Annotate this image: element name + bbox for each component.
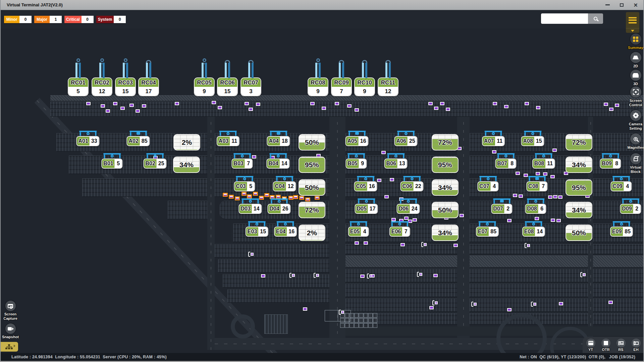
active-truck[interactable] xyxy=(293,195,298,199)
yard-block-a05[interactable]: A0516 xyxy=(346,131,368,145)
yard-block-b02[interactable]: B0225 xyxy=(144,153,166,168)
yard-truck[interactable] xyxy=(457,147,462,150)
yard-truck[interactable] xyxy=(101,104,105,108)
alarm-counter-system[interactable]: System0 xyxy=(96,16,126,23)
occupancy-tile[interactable]: 2% xyxy=(174,135,200,150)
yard-block-e05[interactable]: E054 xyxy=(349,221,368,236)
trailer-truck[interactable] xyxy=(580,272,586,277)
trailer-truck[interactable] xyxy=(531,302,536,307)
yard-block-e06[interactable]: E067 xyxy=(390,221,410,236)
yard-truck[interactable] xyxy=(377,179,381,182)
occupancy-tile[interactable]: 34% xyxy=(566,202,592,218)
yard-block-b03[interactable]: B037 xyxy=(232,153,252,168)
yard-block-b04[interactable]: B0414 xyxy=(267,153,289,168)
equipment-button[interactable] xyxy=(632,339,641,348)
occupancy-tile[interactable]: 50% xyxy=(299,180,325,195)
yard-truck[interactable] xyxy=(212,101,216,104)
yard-block-e03[interactable]: E0315 xyxy=(246,221,268,236)
yard-truck[interactable] xyxy=(106,109,110,113)
yard-block-c03[interactable]: C035 xyxy=(234,176,254,191)
layout-tree-tab[interactable] xyxy=(0,342,18,352)
tool-button[interactable] xyxy=(630,110,641,121)
main-menu-button[interactable] xyxy=(626,12,639,28)
tool-button[interactable] xyxy=(630,153,641,164)
rc-crane-rc03[interactable]: RC0315 xyxy=(116,55,135,96)
active-truck[interactable] xyxy=(241,192,247,196)
occupancy-tile[interactable]: 34% xyxy=(174,157,199,172)
occupancy-tile[interactable]: 95% xyxy=(432,157,458,172)
active-truck[interactable] xyxy=(223,193,228,197)
yard-truck[interactable] xyxy=(360,275,365,278)
rc-crane-rc09[interactable]: RC097 xyxy=(332,55,351,96)
yard-block-d05[interactable]: D0517 xyxy=(355,198,377,213)
equipment-button[interactable] xyxy=(601,339,610,348)
yard-truck[interactable] xyxy=(120,107,125,110)
yard-truck[interactable] xyxy=(604,103,608,106)
rc-crane-rc06[interactable]: RC0615 xyxy=(218,55,237,96)
yard-truck[interactable] xyxy=(142,104,146,108)
yard-block-c04[interactable]: C0412 xyxy=(273,176,295,191)
yard-truck[interactable] xyxy=(384,195,389,198)
active-truck[interactable] xyxy=(253,192,258,196)
occupancy-tile[interactable]: 72% xyxy=(299,202,325,218)
yard-truck[interactable] xyxy=(615,104,619,107)
rc-crane-rc11[interactable]: RC1112 xyxy=(378,55,398,96)
yard-truck[interactable] xyxy=(413,218,417,222)
tool-button[interactable] xyxy=(630,70,641,81)
active-truck[interactable] xyxy=(315,196,320,200)
yard-truck[interactable] xyxy=(440,102,444,105)
yard-block-c06[interactable]: C0622 xyxy=(401,176,423,191)
yard-truck[interactable] xyxy=(355,241,359,245)
yard-truck[interactable] xyxy=(129,104,134,107)
yard-block-a02[interactable]: A0285 xyxy=(127,131,149,145)
yard-truck[interactable] xyxy=(136,109,140,113)
yard-truck[interactable] xyxy=(507,219,512,222)
tool-summay[interactable]: Summay xyxy=(625,34,644,50)
yard-block-b08[interactable]: B0811 xyxy=(533,153,554,168)
yard-truck[interactable] xyxy=(86,102,91,105)
yard-truck[interactable] xyxy=(355,108,359,112)
rc-crane-rc08[interactable]: RC089 xyxy=(308,55,328,96)
tool-virtual-block[interactable]: Virtual Block xyxy=(625,153,644,174)
occupancy-tile[interactable]: 2% xyxy=(299,225,325,240)
yard-truck[interactable] xyxy=(564,172,568,175)
yard-truck[interactable] xyxy=(433,274,438,277)
yard-truck[interactable] xyxy=(245,102,249,105)
yard-truck[interactable] xyxy=(525,102,529,105)
maximize-button[interactable] xyxy=(619,2,625,8)
trailer-truck[interactable] xyxy=(367,274,372,279)
tool-3d[interactable]: 3D xyxy=(625,70,644,86)
menu-collapse-button[interactable] xyxy=(626,28,639,33)
tool-button[interactable] xyxy=(630,52,641,63)
yard-truck[interactable] xyxy=(551,219,555,222)
equipment-toggle-otr[interactable]: OTR xyxy=(599,339,612,353)
yard-truck[interactable] xyxy=(335,102,339,105)
yard-truck[interactable] xyxy=(559,302,563,305)
active-truck[interactable] xyxy=(299,196,304,200)
tool-2d[interactable]: 2D xyxy=(625,52,644,68)
yard-truck[interactable] xyxy=(536,106,540,109)
occupancy-tile[interactable]: 34% xyxy=(432,180,458,195)
rc-crane-rc02[interactable]: RC0212 xyxy=(92,55,112,96)
tool-button[interactable] xyxy=(630,34,641,45)
yard-truck[interactable] xyxy=(550,175,555,178)
yard-truck[interactable] xyxy=(608,301,613,304)
yard-truck[interactable] xyxy=(218,106,222,109)
occupancy-tile[interactable]: 95% xyxy=(299,157,325,172)
trailer-truck[interactable] xyxy=(471,302,477,307)
active-truck[interactable] xyxy=(229,195,234,199)
yard-truck[interactable] xyxy=(322,107,326,110)
yard-truck[interactable] xyxy=(558,195,562,199)
search-button[interactable] xyxy=(588,13,603,24)
minimize-button[interactable] xyxy=(604,2,610,8)
yard-truck[interactable] xyxy=(453,244,458,247)
yard-truck[interactable] xyxy=(504,105,508,108)
yard-truck[interactable] xyxy=(256,103,260,106)
trailer-truck[interactable] xyxy=(314,273,319,278)
yard-truck[interactable] xyxy=(364,241,368,245)
equipment-toggle-yt[interactable]: YT xyxy=(584,339,597,353)
yard-truck[interactable] xyxy=(507,308,512,311)
equipment-toggle-rs[interactable]: RS xyxy=(614,339,627,353)
yard-truck[interactable] xyxy=(347,104,352,108)
rc-crane-rc07[interactable]: RC073 xyxy=(241,55,261,96)
